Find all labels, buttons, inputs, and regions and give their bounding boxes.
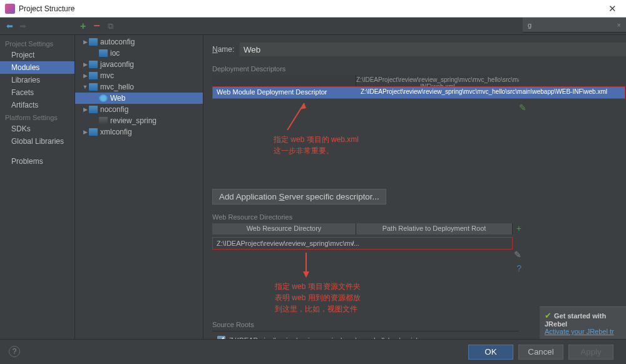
name-input[interactable] — [240, 43, 626, 56]
tree-node-label: review_spring — [110, 116, 156, 125]
dd-row[interactable]: Web Module Deployment Descriptor Z:\IDEA… — [213, 87, 625, 98]
folder-icon — [89, 38, 98, 46]
dialog-footer: ? OK Cancel Apply — [0, 339, 626, 364]
tree-node-label: ioc — [110, 49, 120, 58]
tree-node-web[interactable]: Web — [75, 93, 203, 104]
caret-icon[interactable]: ▼ — [81, 84, 89, 90]
tree-node-review_spring[interactable]: review_spring — [75, 115, 203, 126]
annotation-arrow — [297, 250, 316, 281]
caret-icon[interactable]: ▶ — [81, 129, 89, 135]
annotation-text: 指定 web 项目资源文件夹 表明 web 用到的资源都放 到这里，比如，视图文… — [275, 281, 361, 315]
facet-editor: Name: Deployment Descriptors Z:\IDEAProj… — [203, 35, 626, 348]
ok-button[interactable]: OK — [468, 345, 513, 360]
sidebar-item-problems[interactable]: Problems — [0, 155, 74, 168]
settings-sidebar: Project Settings Project Modules Librari… — [0, 35, 75, 348]
tree-node-xmlconfig[interactable]: ▶xmlconfig — [75, 126, 203, 138]
sidebar-item-artifacts[interactable]: Artifacts — [0, 99, 74, 111]
jrebel-popup: ✔Get started with JRebel Activate your J… — [540, 306, 626, 339]
sidebar-item-modules[interactable]: Modules — [0, 61, 74, 74]
annotation-arrow — [282, 100, 307, 138]
folder-icon — [89, 61, 98, 68]
tree-node-mvc[interactable]: ▶mvc — [75, 70, 203, 81]
forward-icon[interactable]: ➡ — [19, 21, 26, 31]
folder-icon — [89, 106, 98, 113]
sidebar-heading: Project Settings — [0, 38, 74, 49]
deployment-descriptors-table[interactable]: Web Module Deployment Descriptor Z:\IDEA… — [212, 86, 625, 99]
copy-icon[interactable]: ⧉ — [108, 21, 113, 31]
add-icon[interactable]: + — [80, 21, 86, 32]
sidebar-item-global-libraries[interactable]: Global Libraries — [0, 135, 74, 148]
tree-node-javaconfig[interactable]: ▶javaconfig — [75, 59, 203, 70]
help-icon[interactable]: ? — [516, 263, 521, 273]
sidebar-item-facets[interactable]: Facets — [0, 86, 74, 99]
caret-icon[interactable]: ▶ — [81, 61, 89, 68]
web-icon — [99, 94, 108, 102]
web-resource-dirs-label: Web Resource Directories — [212, 213, 626, 221]
tree-node-autoconfig[interactable]: ▶autoconfig — [75, 36, 203, 48]
folder-icon — [99, 49, 108, 57]
wrd-dir-cell: Z:\IDEAProject\review\review_spring\mvc\… — [217, 240, 352, 247]
sidebar-item-libraries[interactable]: Libraries — [0, 74, 74, 86]
edit-icon[interactable]: ✎ — [519, 103, 526, 113]
jrebel-icon: ✔ — [545, 311, 552, 320]
annotation-text: 指定 web 项目的 web.xml 这一步非常重要。 — [274, 134, 359, 156]
tree-node-label: autoconfig — [100, 38, 135, 46]
sidebar-item-sdks[interactable]: SDKs — [0, 123, 74, 135]
close-icon[interactable]: ✕ — [603, 3, 621, 14]
tree-node-label: mvc_hello — [100, 83, 134, 91]
wrd-row[interactable]: Z:\IDEAProject\review\review_spring\mvc\… — [213, 238, 512, 249]
tree-node-mvc_hello[interactable]: ▼mvc_hello — [75, 81, 203, 93]
sidebar-item-project[interactable]: Project — [0, 49, 74, 61]
tree-node-label: javaconfig — [100, 60, 134, 69]
add-descriptor-button[interactable]: Add Application Server specific descript… — [212, 189, 386, 205]
deployment-descriptors-label: Deployment Descriptors — [212, 65, 626, 73]
folder-icon — [89, 72, 98, 79]
sidebar-heading: Platform Settings — [0, 111, 74, 123]
dd-path-cell: Z:\IDEAProject\review\review_spring\mvc\… — [357, 87, 625, 98]
web-resource-table[interactable]: Z:\IDEAProject\review\review_spring\mvc\… — [212, 237, 513, 250]
wrd-header: Web Resource Directory Path Relative to … — [212, 223, 513, 235]
tree-node-ioc[interactable]: ioc — [75, 48, 203, 59]
remove-icon[interactable]: − — [93, 19, 100, 33]
add-icon[interactable]: + — [516, 223, 521, 233]
window-title: Project Structure — [19, 4, 603, 13]
dd-type-cell: Web Module Deployment Descriptor — [213, 87, 357, 98]
tree-node-label: noconfig — [100, 105, 128, 114]
tree-node-label: Web — [110, 94, 125, 103]
wrd-path-cell: / — [352, 240, 354, 247]
back-icon[interactable]: ⬅ — [6, 21, 13, 31]
tree-node-noconfig[interactable]: ▶noconfig — [75, 104, 203, 115]
caret-icon[interactable]: ▶ — [81, 39, 89, 45]
apply-button[interactable]: Apply — [568, 345, 613, 360]
name-label: Name: — [212, 45, 240, 54]
help-button[interactable]: ? — [9, 346, 20, 357]
edit-icon[interactable]: ✎ — [514, 250, 521, 260]
caret-icon[interactable]: ▶ — [81, 73, 89, 79]
tree-node-label: xmlconfig — [100, 128, 132, 136]
module-tree: ▶autoconfigioc▶javaconfig▶mvc▼mvc_helloW… — [75, 35, 203, 348]
folder-icon — [89, 83, 98, 91]
folder-icon — [99, 117, 108, 124]
cancel-button[interactable]: Cancel — [518, 345, 563, 360]
app-icon — [5, 4, 15, 14]
tab-close-icon: × — [617, 21, 621, 29]
caret-icon[interactable]: ▶ — [81, 106, 89, 113]
dd-header-path: Z:\IDEAProject\review\review_spring\mvc\… — [356, 75, 519, 86]
jrebel-activate-link[interactable]: Activate your JRebel tr — [545, 328, 621, 335]
window-titlebar: Project Structure ✕ — [0, 0, 626, 18]
editor-tab-remnant: g × — [523, 18, 626, 33]
svg-marker-3 — [303, 271, 309, 278]
tree-node-label: mvc — [100, 71, 114, 80]
folder-icon — [89, 128, 98, 136]
